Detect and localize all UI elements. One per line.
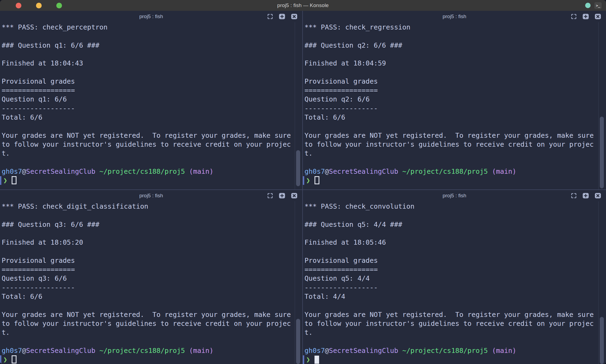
status-dot-icon (585, 3, 591, 8)
command-input-line[interactable]: ❯ (303, 176, 598, 185)
prompt-mode-bar (303, 355, 304, 364)
prompt-mode-bar (0, 355, 1, 364)
prompt-chevron: ❯ (3, 176, 7, 185)
traffic-lights (16, 0, 62, 11)
close-window-button[interactable] (16, 3, 21, 8)
zoom-window-button[interactable] (56, 3, 62, 8)
pane-3-title: proj5 : fish (139, 193, 163, 199)
pane-3-header[interactable]: proj5 : fish (0, 190, 302, 201)
terminal-scrollback: *** PASS: check_digit_classification ###… (2, 202, 294, 346)
shell-prompt: gh0s7@SecretSealingClub ~/project/cs188/… (2, 346, 294, 355)
scrollbar[interactable] (598, 201, 606, 364)
terminal-scrollback: *** PASS: check_regression ### Question … (304, 23, 598, 167)
pane-1-title: proj5 : fish (139, 14, 163, 19)
scrollbar-thumb[interactable] (600, 117, 604, 189)
maximize-icon[interactable] (571, 14, 577, 19)
terminal-pane-3: proj5 : fish *** PASS: check_digit_class… (0, 190, 302, 364)
command-input-line[interactable]: ❯ (303, 355, 598, 364)
terminal-pane-2: proj5 : fish *** PASS: check_regression … (303, 11, 606, 189)
terminal-cursor (315, 176, 319, 184)
prompt-chevron: ❯ (3, 355, 7, 364)
pane-1-header[interactable]: proj5 : fish (0, 11, 302, 22)
terminal-output-4[interactable]: *** PASS: check_convolution ### Question… (303, 201, 606, 364)
prompt-mode-bar (0, 176, 1, 185)
close-split-icon[interactable] (291, 14, 297, 19)
terminal-cursor (315, 356, 319, 364)
command-input-line[interactable]: ❯ (0, 176, 294, 185)
scrollbar-thumb[interactable] (600, 317, 604, 364)
shell-prompt: gh0s7@SecretSealingClub ~/project/cs188/… (304, 346, 598, 355)
window-titlebar[interactable]: proj5 : fish — Konsole >_ (0, 0, 606, 11)
terminal-pane-1: proj5 : fish *** PASS: check_perceptron … (0, 11, 302, 189)
terminal-pane-4: proj5 : fish *** PASS: check_convolution… (303, 190, 606, 364)
scrollbar-thumb[interactable] (296, 319, 300, 364)
pane-2-header[interactable]: proj5 : fish (303, 11, 606, 22)
add-split-icon[interactable] (582, 14, 589, 19)
command-input-line[interactable]: ❯ (0, 355, 294, 364)
shell-prompt: gh0s7@SecretSealingClub ~/project/cs188/… (304, 167, 598, 176)
close-split-icon[interactable] (595, 193, 601, 199)
terminal-output-1[interactable]: *** PASS: check_perceptron ### Question … (0, 22, 302, 189)
split-grid: proj5 : fish *** PASS: check_perceptron … (0, 11, 606, 364)
terminal-scrollback: *** PASS: check_perceptron ### Question … (2, 23, 294, 167)
terminal-output-3[interactable]: *** PASS: check_digit_classification ###… (0, 201, 302, 364)
terminal-cursor (12, 176, 17, 184)
maximize-icon[interactable] (267, 14, 273, 19)
maximize-icon[interactable] (571, 193, 577, 199)
shell-prompt: gh0s7@SecretSealingClub ~/project/cs188/… (2, 167, 294, 176)
prompt-chevron: ❯ (306, 355, 310, 364)
window-title: proj5 : fish — Konsole (277, 2, 329, 8)
scrollbar[interactable] (295, 201, 302, 364)
scrollbar[interactable] (598, 22, 606, 189)
close-split-icon[interactable] (595, 14, 601, 19)
minimize-window-button[interactable] (36, 3, 42, 8)
pane-4-header[interactable]: proj5 : fish (303, 190, 606, 201)
konsole-app-icon: >_ (594, 2, 602, 9)
maximize-icon[interactable] (267, 193, 273, 199)
pane-2-title: proj5 : fish (443, 14, 466, 19)
add-split-icon[interactable] (582, 193, 589, 199)
terminal-scrollback: *** PASS: check_convolution ### Question… (304, 202, 598, 346)
scrollbar-thumb[interactable] (296, 150, 300, 186)
terminal-output-2[interactable]: *** PASS: check_regression ### Question … (303, 22, 606, 189)
prompt-chevron: ❯ (306, 176, 310, 185)
add-split-icon[interactable] (279, 14, 285, 19)
add-split-icon[interactable] (279, 193, 285, 199)
pane-4-title: proj5 : fish (443, 193, 466, 199)
konsole-window: proj5 : fish — Konsole >_ proj5 : fish *… (0, 0, 606, 364)
prompt-mode-bar (303, 176, 304, 185)
terminal-cursor (12, 355, 17, 363)
close-split-icon[interactable] (291, 193, 297, 199)
scrollbar[interactable] (295, 22, 302, 189)
